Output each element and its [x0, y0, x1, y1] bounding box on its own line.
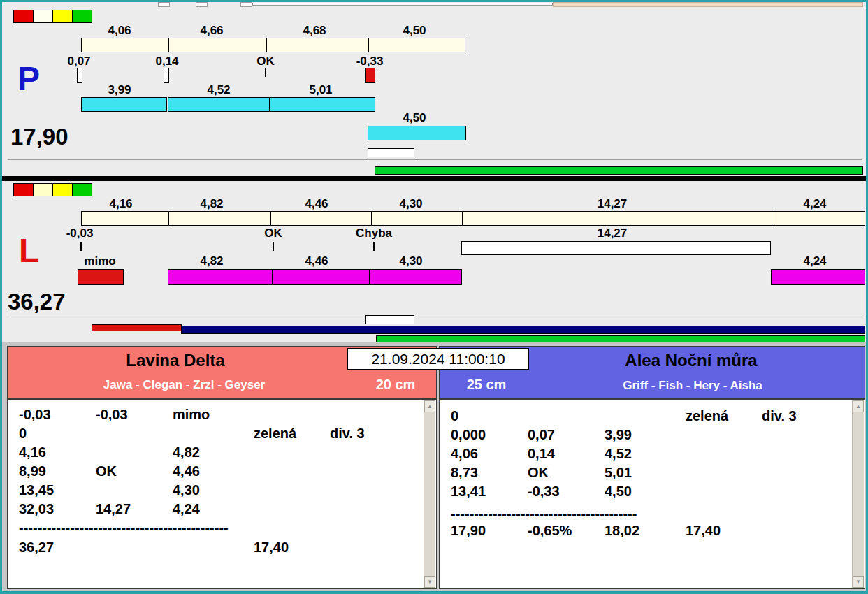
background-window-fragment: [553, 2, 863, 7]
p-split-time-3: 4,68: [303, 24, 326, 38]
left-team-title: Lavina Delta: [8, 351, 343, 370]
result-cell: 4,06: [451, 444, 478, 463]
traffic-red-light-icon: [13, 183, 34, 196]
result-row: 0,000 0,07 3,99: [440, 426, 865, 444]
bar-tick: [369, 270, 370, 284]
background-window-fragment: [196, 2, 208, 7]
result-cell: 32,03: [19, 500, 54, 519]
scroll-down-button[interactable]: ▼: [424, 576, 435, 588]
p-lap-bar-2: [168, 97, 375, 112]
result-divider-row: ----------------------------------------…: [8, 519, 436, 537]
scroll-up-icon: ▲: [427, 403, 433, 410]
l-change-marker-1: [80, 242, 82, 251]
result-cell: 8,99: [19, 462, 46, 481]
p-lap-time-2: 4,52: [207, 84, 230, 97]
bar-tick: [371, 212, 372, 225]
l-change-marker-2: [273, 242, 274, 251]
l-current-split-bar: [461, 241, 771, 255]
right-team-dogs: Griff - Fish - Hery - Aisha: [532, 379, 853, 393]
p-change-time-2: 0,14: [155, 55, 178, 68]
result-cell: 17,40: [254, 538, 289, 557]
l-change-time-1: -0,03: [66, 227, 94, 240]
p-last-lap-bar: [368, 126, 466, 140]
right-results-scrollbar[interactable]: ▲ ▼: [852, 400, 864, 588]
l-change-marker-3: [373, 242, 375, 251]
result-cell: 0,000: [451, 426, 486, 444]
l-split-time-2: 4,82: [200, 198, 223, 211]
traffic-white-light-icon: [33, 10, 53, 23]
l-split-time-6: 4,24: [803, 198, 826, 211]
traffic-red-light-icon: [13, 10, 34, 23]
result-cell: div. 3: [330, 424, 365, 443]
p-progress-bar: [375, 166, 863, 175]
bar-tick: [272, 270, 273, 284]
l-lap-time-4: 4,24: [803, 255, 826, 268]
result-cell: 17,40: [686, 521, 721, 540]
l-total-time: 36,27: [8, 290, 66, 313]
result-cell: 13,45: [19, 481, 54, 500]
result-cell: 8,73: [451, 463, 478, 482]
bar-tick: [772, 212, 772, 225]
p-split-bar: [81, 38, 465, 52]
right-team-title: Alea Noční můra: [530, 351, 852, 370]
bar-tick: [270, 212, 271, 225]
p-change-marker-2: [164, 68, 169, 83]
l-progress-navy-bar: [181, 326, 865, 334]
result-cell: 17,90: [451, 521, 486, 540]
bottom-status-strip: [2, 591, 866, 594]
traffic-green-light-icon: [72, 10, 92, 23]
traffic-yellow-light-icon: [52, 183, 73, 196]
result-row: 8,73 OK 5,01: [440, 463, 865, 482]
scroll-up-button[interactable]: ▲: [853, 400, 864, 412]
l-change-time-2: OK: [264, 227, 282, 240]
l-split-time-5: 14,27: [598, 198, 628, 211]
p-split-time-2: 4,66: [200, 24, 223, 38]
result-row: 0 zelená div. 3: [440, 407, 865, 426]
scroll-down-button[interactable]: ▼: [853, 576, 864, 588]
l-lap-bar-2: [771, 269, 865, 285]
result-cell: 4,50: [605, 482, 632, 501]
result-row: 0 zelená div. 3: [8, 424, 436, 443]
l-change-time-4: 14,27: [598, 227, 628, 240]
l-lap-time-3: 4,30: [399, 255, 422, 268]
l-lap-time-1: 4,82: [200, 255, 223, 268]
result-cell: 0,07: [528, 426, 555, 444]
right-team-height-class: 25 cm: [455, 377, 518, 393]
p-change-marker-4: [365, 68, 375, 83]
result-row: 17,90 -0,65% 18,02 17,40: [440, 521, 865, 540]
scroll-up-button[interactable]: ▲: [424, 400, 435, 412]
p-change-time-3: OK: [256, 55, 275, 68]
p-traffic-light: [13, 10, 92, 23]
result-cell: 0,14: [528, 444, 555, 463]
timing-app-window: 4,06 4,66 4,68 4,50 0,07 0,14 OK -0,33 P…: [0, 0, 868, 594]
left-team-height-class: 20 cm: [361, 377, 431, 393]
datetime-display: 21.09.2024 11:00:10: [347, 348, 529, 370]
background-window-fragment: [158, 2, 170, 7]
result-cell: mimo: [173, 405, 210, 424]
result-row: 4,16 4,82: [8, 443, 436, 462]
result-cell: zelená: [686, 407, 728, 426]
result-cell: 4,82: [173, 443, 200, 462]
left-team-results: -0,03 -0,03 mimo 0 zelená div. 3 4,16 4,…: [7, 399, 437, 589]
result-cell: zelená: [254, 424, 296, 443]
result-cell: 3,99: [605, 426, 632, 444]
l-traffic-light: [13, 183, 92, 196]
p-separator-line: [8, 159, 862, 160]
l-lane-letter: L: [19, 234, 39, 268]
traffic-yellow-light-icon: [52, 10, 73, 23]
l-fault-bar: [78, 269, 124, 285]
result-cell: 0: [19, 424, 27, 443]
bar-tick: [269, 98, 270, 111]
l-progress-red-bar: [92, 324, 182, 331]
left-results-scrollbar[interactable]: ▲ ▼: [424, 400, 435, 588]
background-window-fragment: [240, 2, 252, 7]
p-split-time-1: 4,06: [108, 24, 131, 38]
right-team-results: 0 zelená div. 3 0,000 0,07 3,99 4,06 0,1…: [439, 399, 865, 589]
result-cell: 13,41: [451, 482, 486, 501]
p-lane-letter: P: [17, 62, 40, 96]
result-cell: 4,24: [173, 500, 200, 519]
traffic-pale-yellow-light-icon: [33, 183, 53, 196]
l-split-bar: [81, 211, 865, 226]
traffic-green-light-icon: [72, 183, 92, 196]
background-window-fragment: [252, 3, 553, 6]
